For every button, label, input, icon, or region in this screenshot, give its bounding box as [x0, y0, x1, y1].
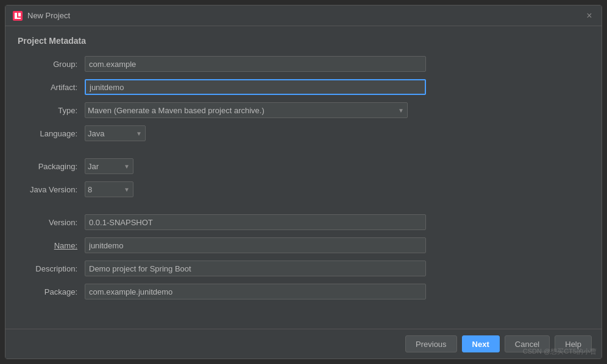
packaging-select-wrapper: Jar ▼: [85, 158, 133, 174]
artifact-label: Artifact:: [18, 83, 85, 92]
description-input[interactable]: [85, 261, 426, 276]
intellij-icon: [13, 11, 23, 21]
artifact-row: Artifact:: [18, 79, 589, 96]
packaging-label: Packaging:: [18, 162, 85, 171]
dialog-title: New Project: [27, 11, 70, 20]
description-label: Description:: [18, 264, 85, 273]
name-row: Name:: [18, 237, 589, 254]
artifact-input[interactable]: [85, 79, 426, 95]
java-version-select-wrapper: 8 11 17 ▼: [85, 181, 133, 197]
type-row: Type: Maven (Generate a Maven based proj…: [18, 102, 589, 119]
name-input[interactable]: [85, 237, 426, 253]
version-label: Version:: [18, 218, 85, 227]
dialog-content: Project Metadata Group: Artifact: Type: …: [5, 26, 602, 329]
title-bar: New Project ×: [5, 5, 602, 26]
packaging-row: Packaging: Jar ▼: [18, 158, 589, 175]
package-label: Package:: [18, 287, 85, 296]
java-version-select[interactable]: 8 11 17: [85, 181, 133, 197]
new-project-dialog: New Project × Project Metadata Group: Ar…: [5, 5, 602, 359]
language-select-wrapper: Java ▼: [85, 125, 146, 141]
type-select[interactable]: Maven (Generate a Maven based project ar…: [85, 102, 408, 118]
section-title: Project Metadata: [18, 36, 589, 46]
svg-rect-0: [13, 11, 23, 21]
next-button[interactable]: Next: [462, 335, 500, 352]
svg-rect-2: [15, 18, 21, 19]
version-row: Version:: [18, 214, 589, 231]
language-row: Language: Java ▼: [18, 125, 589, 142]
previous-button[interactable]: Previous: [405, 335, 457, 352]
java-version-row: Java Version: 8 11 17 ▼: [18, 181, 589, 198]
package-input[interactable]: [85, 284, 426, 299]
package-row: Package:: [18, 283, 589, 300]
type-label: Type:: [18, 106, 85, 115]
watermark: CSDN @想买CT5的小曹: [523, 347, 597, 356]
title-bar-left: New Project: [13, 11, 70, 21]
group-input[interactable]: [85, 56, 426, 72]
svg-rect-3: [18, 13, 21, 16]
version-input[interactable]: [85, 214, 426, 230]
language-select[interactable]: Java: [85, 125, 146, 141]
java-version-label: Java Version:: [18, 185, 85, 194]
description-row: Description:: [18, 260, 589, 277]
group-row: Group:: [18, 55, 589, 72]
packaging-select[interactable]: Jar: [85, 158, 133, 174]
name-label: Name:: [18, 241, 85, 250]
group-label: Group:: [18, 60, 85, 69]
close-button[interactable]: ×: [584, 11, 594, 21]
dialog-footer: Previous Next Cancel Help: [5, 329, 602, 359]
language-label: Language:: [18, 129, 85, 138]
type-select-wrapper: Maven (Generate a Maven based project ar…: [85, 102, 408, 118]
